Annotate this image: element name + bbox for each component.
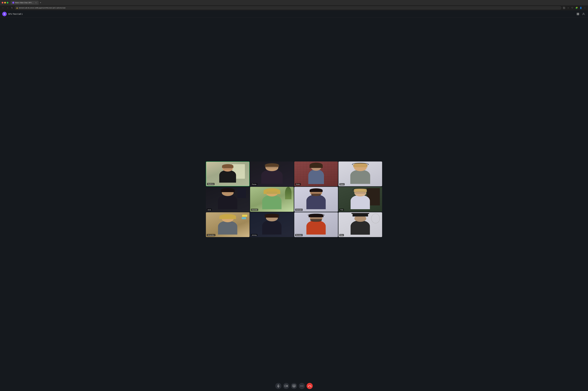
close-window-button[interactable] [2,2,3,3]
participant-label-danielle: Danielle [251,209,258,211]
participant-label-robin: Robin [295,183,301,186]
participant-label-matthew: Matthew [207,183,215,185]
svg-point-12 [294,386,294,386]
svg-rect-9 [293,385,295,387]
video-tile-anoa[interactable]: anoa [206,187,249,212]
video-tile-thib[interactable]: Thib [339,187,382,212]
svg-rect-3 [578,14,579,15]
browser-tab[interactable]: Matrix Video Chat | SFU Te... ✕ [11,1,39,5]
app-header: S SFU Test Call 1 [0,10,588,18]
svg-point-4 [583,13,584,14]
participant-label-uhoreg: uhoreg [251,234,257,236]
app-container: S SFU Test Call 1 [0,10,588,391]
svg-point-14 [301,386,302,386]
more-options-button[interactable] [299,383,305,389]
participant-label-germain: Germain [295,209,303,211]
video-tile-max[interactable]: Max [339,212,382,237]
tab-bar: Matrix Video Chat | SFU Te... ✕ + [11,1,586,5]
end-call-button[interactable] [307,383,313,389]
new-tab-button[interactable]: + [39,1,43,5]
call-toolbar [0,381,588,391]
video-tile-amandine[interactable]: Amandine [206,212,249,237]
nav-actions: ⬛ ☆ 🛡 🧩 👤 ⋮ [562,6,587,10]
svg-rect-16 [308,386,309,387]
browser-titlebar: Matrix Video Chat | SFU Te... ✕ + [0,0,588,5]
svg-rect-5 [278,385,279,386]
address-bar[interactable]: 🔒 element-call-sfu-simon.netlify.app/roo… [14,6,561,10]
video-tile-germain[interactable]: Germain [294,187,338,212]
participant-label-florian: Florian [251,183,257,186]
participant-label-thib: Thib [339,209,344,211]
video-tile-robin[interactable]: Robin [294,162,338,186]
minimize-window-button[interactable] [4,2,6,3]
video-tile-matthew[interactable]: Matthew [206,162,249,186]
shield-icon[interactable]: 🛡 [570,6,574,10]
participant-label-anoa: anoa [207,209,212,211]
svg-rect-1 [578,13,579,14]
video-tile-danielle[interactable]: Danielle [250,187,294,212]
video-area: Matthew [0,18,588,381]
address-text: element-call-sfu-simon.netlify.app/room/… [19,7,66,9]
svg-rect-8 [285,385,287,387]
grid-view-button[interactable] [576,12,580,16]
video-tile-florian[interactable]: Florian [250,162,294,186]
participant-label-brendan: Brendan [295,234,303,236]
bookmark-icon[interactable]: ☆ [566,6,570,10]
cast-icon[interactable]: ⬛ [562,6,566,10]
video-tile-uhoreg[interactable]: uhoreg [250,212,294,237]
svg-point-15 [303,386,303,386]
video-tile-dave[interactable]: Dave [339,162,382,186]
room-avatar: S [2,12,7,16]
browser-chrome: Matrix Video Chat | SFU Te... ✕ + ← → ↻ … [0,0,588,10]
maximize-window-button[interactable] [7,2,8,3]
mic-button[interactable] [275,383,281,389]
forward-button[interactable]: → [5,6,9,10]
header-actions [576,12,586,16]
menu-icon[interactable]: ⋮ [583,6,587,10]
tab-close-button[interactable]: ✕ [35,2,37,4]
back-button[interactable]: ← [1,6,5,10]
svg-rect-2 [577,14,578,15]
user-profile-button[interactable] [581,12,586,16]
svg-point-13 [300,386,301,386]
svg-rect-0 [577,13,578,14]
svg-rect-17 [311,386,311,387]
traffic-lights [2,2,8,3]
participant-label-dave: Dave [339,183,345,186]
participant-label-max: Max [339,234,344,236]
participant-label-amandine: Amandine [207,234,216,236]
camera-button[interactable] [283,383,289,389]
tab-favicon [12,2,14,4]
tab-title: Matrix Video Chat | SFU Te... [15,2,34,3]
video-grid: Matthew [206,162,382,237]
browser-nav: ← → ↻ 🔒 element-call-sfu-simon.netlify.a… [0,5,588,10]
reload-button[interactable]: ↻ [10,6,14,10]
room-title: SFU Test Call 1 [8,13,23,15]
extensions-icon[interactable]: 🧩 [575,6,579,10]
security-icon: 🔒 [16,7,18,9]
screen-share-button[interactable] [291,383,297,389]
profile-icon[interactable]: 👤 [579,6,583,10]
room-info: S SFU Test Call 1 [2,12,23,16]
video-tile-brendan[interactable]: Brendan [294,212,338,237]
